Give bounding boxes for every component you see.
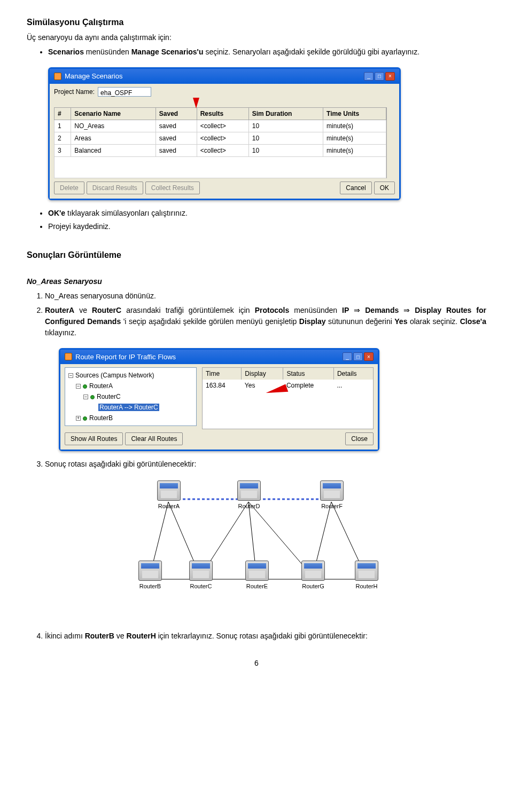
txt: sütununun değerini	[326, 317, 395, 326]
window-title: Manage Scenarios	[65, 71, 122, 82]
cell: 2	[55, 132, 71, 144]
node-routerh: RouterH	[350, 561, 383, 591]
router-icon	[245, 561, 269, 581]
cell: minute(s)	[323, 144, 386, 156]
txt: RouterC	[97, 393, 121, 400]
app-icon	[54, 73, 61, 80]
node-routerf: RouterF	[315, 480, 348, 511]
step-2: RouterA ve RouterC arasındaki trafiği gö…	[45, 305, 486, 338]
node-label: RouterA	[158, 503, 180, 509]
heading-noareas: No_Areas Senaryosu	[27, 276, 486, 287]
delete-button[interactable]: Delete	[54, 182, 84, 194]
txt: ve	[114, 632, 127, 640]
maximize-icon[interactable]: □	[375, 72, 384, 81]
topology-diagram: RouterA RouterD RouterF RouterB RouterC …	[128, 475, 385, 614]
col-details: Details	[333, 368, 373, 380]
txt: 'i seçip aşağıdaki şekilde görülen menüy…	[121, 317, 299, 326]
scenarios-table[interactable]: # Scenario Name Saved Results Sim Durati…	[54, 107, 386, 178]
discard-results-button[interactable]: Discard Results	[87, 182, 143, 194]
txt: Display	[299, 317, 326, 326]
clear-all-routes-button[interactable]: Clear All Routes	[125, 432, 183, 445]
txt: RouterH	[127, 632, 156, 640]
router-icon	[237, 480, 261, 501]
scrollbar[interactable]	[386, 107, 395, 178]
cell: Complete	[283, 380, 333, 391]
step-4: İkinci adımı RouterB ve RouterH için tek…	[45, 630, 486, 642]
txt: RouterA --> RouterC	[98, 404, 159, 411]
txt: için tekrarlayınız. Sonuç rotası aşağıda…	[156, 632, 368, 640]
titlebar: Route Report for IP Traffic Flows _ □ ×	[60, 350, 378, 365]
txt: olarak seçiniz.	[407, 317, 460, 326]
window-buttons: _ □ ×	[343, 352, 374, 361]
bullet-ok: OK'e tıklayarak simülasyonları çalıştırı…	[48, 208, 486, 219]
project-name-field[interactable]: eha_OSPF	[98, 87, 151, 97]
cell: 163.84	[202, 380, 241, 391]
txt: RouterC	[92, 306, 121, 314]
cell: 10	[248, 120, 323, 132]
node-label: RouterD	[238, 503, 260, 509]
tree-routera[interactable]: −RouterA	[68, 381, 193, 391]
bullet-scenarios: Scenarios menüsünden Manage Scenarios'u …	[48, 46, 486, 58]
cell: <collect>	[197, 120, 248, 132]
tree-routerc[interactable]: −RouterC	[68, 391, 193, 402]
cell: saved	[156, 144, 197, 156]
node-routera: RouterA	[152, 480, 185, 511]
txt: RouterB	[85, 632, 114, 640]
txt: Close'a	[460, 317, 486, 326]
table-row[interactable]: 1 NO_Areas saved <collect> 10 minute(s)	[55, 120, 386, 132]
router-icon	[189, 561, 213, 581]
cell: ...	[333, 380, 373, 391]
node-label: RouterH	[356, 583, 378, 589]
node-label: RouterE	[246, 583, 268, 589]
table-row[interactable]: 163.84 Yes Complete ...	[202, 380, 373, 391]
node-routere: RouterE	[240, 561, 274, 591]
cell: saved	[156, 120, 197, 132]
route-table[interactable]: Time Display Status Details 163.84 Yes C…	[202, 367, 374, 429]
ok-button[interactable]: OK	[374, 182, 395, 194]
close-icon[interactable]: ×	[385, 72, 395, 81]
project-name-label: Project Name:	[54, 87, 95, 97]
window-title: Route Report for IP Traffic Flows	[75, 352, 176, 362]
tree-routerb[interactable]: +RouterB	[68, 413, 193, 423]
close-button[interactable]: Close	[345, 432, 374, 445]
txt: seçiniz. Senaryoları aşağıdaki şekilde g…	[204, 48, 420, 56]
node-routerb: RouterB	[134, 561, 167, 591]
col-display: Display	[242, 368, 283, 380]
txt: RouterB	[89, 414, 113, 422]
maximize-icon[interactable]: □	[353, 352, 363, 361]
route-report-window: Route Report for IP Traffic Flows _ □ × …	[59, 348, 379, 451]
close-icon[interactable]: ×	[364, 352, 374, 361]
txt: Scenarios	[48, 48, 84, 56]
minimize-icon[interactable]: _	[343, 352, 352, 361]
cell: 1	[55, 120, 71, 132]
txt: Sources (Campus Network)	[75, 372, 154, 379]
step-3: Sonuç rotası aşağıdaki gibi görüntülenec…	[45, 459, 486, 470]
router-icon	[320, 480, 344, 501]
cell: Balanced	[71, 144, 156, 156]
col-duration: Sim Duration	[248, 107, 323, 120]
annotation-arrow-icon	[193, 98, 199, 108]
col-units: Time Units	[323, 107, 386, 120]
page-number: 6	[27, 658, 486, 669]
cancel-button[interactable]: Cancel	[340, 182, 371, 194]
tree-route-leaf[interactable]: RouterA --> RouterC	[68, 402, 193, 413]
tree-root[interactable]: −Sources (Campus Network)	[68, 370, 193, 381]
show-all-routes-button[interactable]: Show All Routes	[65, 432, 123, 445]
collect-results-button[interactable]: Collect Results	[145, 182, 200, 194]
minimize-icon[interactable]: _	[364, 72, 374, 81]
heading-sim: Simülasyonu Çalıştırma	[27, 16, 486, 29]
router-icon	[138, 561, 162, 581]
source-tree[interactable]: −Sources (Campus Network) −RouterA −Rout…	[65, 367, 197, 426]
node-routerc: RouterC	[184, 561, 217, 591]
router-icon	[355, 561, 378, 581]
col-scenario: Scenario Name	[71, 107, 156, 120]
table-row[interactable]: 2 Areas saved <collect> 10 minute(s)	[55, 132, 386, 144]
cell: 10	[248, 144, 323, 156]
txt: RouterA	[89, 382, 113, 390]
txt: arasındaki trafiği görüntülemek için	[121, 306, 254, 314]
cell: minute(s)	[323, 132, 386, 144]
txt: tıklayarak simülasyonları çalıştırınız.	[65, 209, 188, 217]
txt: menüsünden	[84, 48, 131, 56]
cell: <collect>	[197, 132, 248, 144]
table-row[interactable]: 3 Balanced saved <collect> 10 minute(s)	[55, 144, 386, 156]
